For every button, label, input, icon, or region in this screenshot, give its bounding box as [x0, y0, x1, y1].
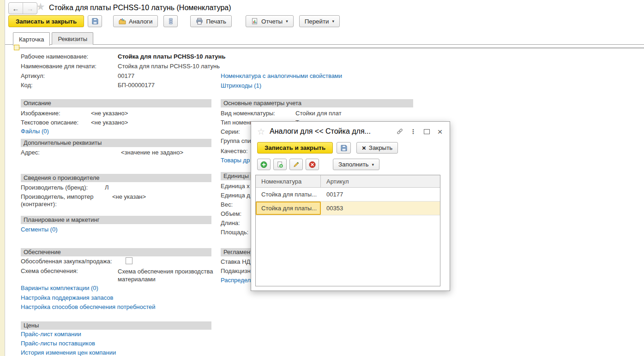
code-value[interactable]: БП-00000177 [118, 82, 155, 89]
floppy-icon [340, 144, 348, 152]
supplier-pricelists-link[interactable]: Прайс-листы поставщиков [21, 340, 95, 347]
nomenclature-kind-label: Вид номенклатуры: [221, 110, 275, 117]
tab-card[interactable]: Карточка [13, 32, 50, 46]
favorite-star-icon[interactable]: ★ [36, 1, 45, 13]
delete-row-button[interactable] [306, 159, 319, 170]
kit-variants-link[interactable]: Варианты комплектации (0) [21, 285, 98, 291]
goto-caret-icon: ▾ [332, 19, 335, 24]
unit-extra-label: Единица д [221, 192, 250, 199]
weight-label: Вес: [221, 201, 233, 208]
analogs-folder-icon [119, 18, 126, 25]
section-manufacturer: Сведения о производителе [21, 174, 211, 182]
back-button[interactable]: ← [9, 3, 23, 14]
brand-label: Производитель (бренд): [21, 184, 88, 191]
brand-value[interactable]: Л [105, 184, 109, 191]
cell-article[interactable]: 00177 [321, 188, 440, 201]
barcodes-link[interactable]: Штрихкоды (1) [221, 82, 261, 89]
cell-nomenclature[interactable]: Стойка для платы... [256, 202, 321, 215]
edit-row-button[interactable] [289, 159, 303, 170]
form-top-border [14, 47, 644, 48]
section-description: Описание [21, 99, 211, 107]
address-label: Адрес: [21, 149, 40, 156]
goto-button[interactable]: Перейти ▾ [299, 15, 340, 27]
separate-purchase-checkbox[interactable] [126, 257, 132, 264]
nomenclature-kind-value[interactable]: Стойки для плат [295, 110, 342, 117]
reports-button-label: Отчеты [261, 18, 283, 25]
pencil-icon [293, 161, 300, 168]
company-pricelist-link[interactable]: Прайс-лист компании [21, 331, 81, 338]
analogs-button-label: Аналоги [129, 18, 152, 25]
forward-button[interactable]: → [23, 3, 37, 14]
work-name-label: Рабочее наименование: [21, 53, 88, 60]
print-button-label: Печать [206, 18, 226, 25]
work-name-value[interactable]: Стойка для платы PCHSS-10 латунь [118, 53, 225, 60]
cell-nomenclature[interactable]: Стойка для платы... [256, 188, 321, 201]
analogs-button[interactable]: Аналоги [113, 15, 158, 27]
table-header: Номенклатура Артикул [256, 175, 440, 188]
dialog-title: Аналоги для << Стойка для... [270, 127, 391, 136]
quality-label: Качество: [221, 148, 248, 154]
tab-requisites[interactable]: Реквизиты [52, 32, 93, 45]
reports-button[interactable]: Отчеты ▾ [246, 15, 294, 27]
cell-article[interactable]: 00353 [321, 202, 440, 215]
list-structure-button[interactable] [163, 15, 178, 27]
print-button[interactable]: Печать [190, 15, 232, 27]
report-icon [251, 18, 259, 25]
supply-scheme-label: Схема обеспечения: [21, 267, 78, 274]
dialog-star-icon[interactable]: ☆ [257, 126, 265, 137]
separate-purchase-label: Обособленная закупка/продажа: [21, 258, 112, 265]
supply-scheme-value[interactable]: Схема обеспечения производства материала… [118, 267, 226, 283]
length-label: Длина: [221, 220, 240, 226]
save-and-close-button[interactable]: Записать и закрыть [8, 15, 84, 27]
segments-link[interactable]: Сегменты (0) [21, 226, 58, 233]
tab-baseline [5, 44, 644, 45]
importer-value[interactable]: <не указан> [112, 193, 146, 200]
price-history-link[interactable]: История изменения цен компании [21, 349, 116, 356]
volume-label: Объем: [221, 210, 241, 217]
maximize-icon[interactable] [421, 126, 432, 136]
stock-maintenance-link[interactable]: Настройка поддержания запасов [21, 294, 113, 301]
delete-icon [309, 161, 316, 168]
image-value[interactable]: <не указано> [91, 110, 128, 117]
supply-methods-link[interactable]: Настройка способов обеспечения потребнос… [21, 303, 156, 310]
save-button[interactable] [88, 15, 102, 27]
table-row-selected[interactable]: Стойка для платы... 00353 [256, 202, 440, 215]
column-nomenclature[interactable]: Номенклатура [256, 175, 321, 187]
text-description-value[interactable]: <не указано> [91, 119, 128, 126]
dialog-titlebar: ☆ Аналоги для << Стойка для... ⋮ × [257, 125, 445, 138]
excise-label: Подакцизн [221, 267, 251, 274]
text-description-label: Текстовое описание: [21, 119, 78, 126]
analogs-dialog: ☆ Аналоги для << Стойка для... ⋮ × Запис… [251, 121, 450, 291]
form-anchor-marker [14, 45, 19, 50]
dialog-close-button-label: Закрыть [369, 144, 392, 151]
other-quality-goods-link[interactable]: Товары др [221, 157, 250, 164]
print-name-value[interactable]: Стойка для платы PCHSS-10 латунь [118, 63, 220, 70]
fill-button[interactable]: Заполнить ▾ [333, 159, 379, 170]
address-value[interactable]: <значение не задано> [121, 149, 183, 156]
vat-rate-label: Ставка НД [221, 258, 250, 265]
tab-bar: Карточка Реквизиты [13, 32, 95, 46]
copy-row-button[interactable] [273, 159, 287, 170]
distribution-link[interactable]: Распредел [221, 277, 251, 284]
storage-unit-label: Единица х [221, 183, 250, 190]
more-menu-icon[interactable]: ⋮ [408, 126, 418, 136]
link-chain-icon[interactable] [395, 126, 405, 136]
files-link[interactable]: Файлы (0) [21, 128, 49, 135]
column-article[interactable]: Артикул [321, 175, 440, 187]
table-row[interactable]: Стойка для платы... 00177 [256, 188, 440, 202]
copy-icon [277, 161, 283, 168]
reports-caret-icon: ▾ [286, 19, 288, 24]
dialog-save-button[interactable] [337, 142, 351, 154]
goto-button-label: Перейти [305, 18, 329, 25]
article-value[interactable]: 00177 [118, 72, 134, 79]
dialog-close-icon[interactable]: × [435, 126, 445, 136]
add-row-button[interactable] [257, 159, 271, 170]
analog-properties-link[interactable]: Номенклатура с аналогичными свойствами [221, 72, 342, 79]
list-icon [167, 18, 175, 25]
dialog-close-button[interactable]: × Закрыть [356, 142, 398, 154]
app-window: ← → ★ Стойка для платы PCHSS-10 латунь (… [0, 0, 644, 356]
print-name-label: Наименование для печати: [21, 63, 96, 70]
dialog-save-close-button[interactable]: Записать и закрыть [257, 142, 333, 154]
image-label: Изображение: [21, 110, 60, 117]
article-label: Артикул: [21, 72, 45, 79]
